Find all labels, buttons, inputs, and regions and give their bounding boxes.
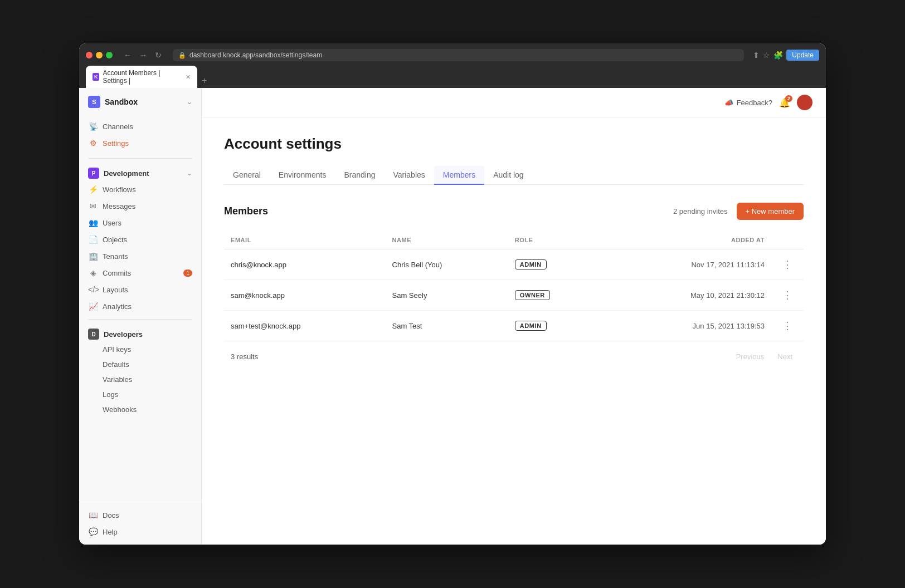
messages-icon: ✉ xyxy=(88,202,98,210)
tab-members[interactable]: Members xyxy=(434,166,484,185)
sidebar-item-help[interactable]: 💬 Help xyxy=(79,523,201,540)
col-name: NAME xyxy=(386,231,508,249)
sidebar-item-logs[interactable]: Logs xyxy=(79,387,201,402)
table-row: sam+test@knock.app Sam Test ADMIN Jun 15… xyxy=(224,311,804,341)
sidebar-label-tenants: Tenants xyxy=(103,252,128,261)
sidebar-item-layouts[interactable]: </> Layouts xyxy=(79,281,201,298)
lock-icon: 🔒 xyxy=(178,52,186,59)
docs-icon: 📖 xyxy=(88,511,98,520)
sidebar-item-docs[interactable]: 📖 Docs xyxy=(79,507,201,523)
bookmark-icon[interactable]: ☆ xyxy=(763,51,770,60)
section-header-left: P Development xyxy=(88,168,149,179)
row-name: Sam Test xyxy=(386,311,508,341)
dev-sub-items: API keys Defaults Variables Logs Webhook… xyxy=(79,342,201,417)
user-avatar[interactable] xyxy=(797,95,812,110)
sidebar-bottom: 📖 Docs 💬 Help xyxy=(79,502,201,545)
sidebar-item-webhooks[interactable]: Webhooks xyxy=(79,402,201,417)
tab-favicon: K xyxy=(93,73,99,81)
address-bar[interactable]: 🔒 dashboard.knock.app/sandbox/settings/t… xyxy=(173,49,744,61)
logo-icon: S xyxy=(88,96,100,108)
table-body: chris@knock.app Chris Bell (You) ADMIN N… xyxy=(224,249,804,341)
chevron-down-icon: ⌄ xyxy=(187,98,192,106)
more-options-button[interactable]: ⋮ xyxy=(778,257,797,272)
channels-icon: 📡 xyxy=(88,122,98,131)
sidebar-item-defaults[interactable]: Defaults xyxy=(79,357,201,372)
tab-branding[interactable]: Branding xyxy=(335,166,384,185)
notifications-button[interactable]: 🔔 2 xyxy=(779,97,790,108)
sidebar-item-objects[interactable]: 📄 Objects xyxy=(79,231,201,248)
row-actions: ⋮ xyxy=(771,249,804,280)
sidebar-item-analytics[interactable]: 📈 Analytics xyxy=(79,298,201,315)
defaults-label: Defaults xyxy=(103,360,129,369)
sidebar-item-channels[interactable]: 📡 Channels xyxy=(79,118,201,135)
webhooks-label: Webhooks xyxy=(103,405,137,414)
more-options-button[interactable]: ⋮ xyxy=(778,318,797,333)
notification-badge: 2 xyxy=(785,95,792,102)
help-label: Help xyxy=(103,528,118,536)
row-actions: ⋮ xyxy=(771,280,804,311)
new-member-button[interactable]: + New member xyxy=(737,203,804,220)
sidebar-label-messages: Messages xyxy=(103,202,135,210)
extensions-icon[interactable]: 🧩 xyxy=(773,51,783,60)
row-added-at: May 10, 2021 21:30:12 xyxy=(602,280,771,311)
workspace-selector[interactable]: S Sandbox ⌄ xyxy=(79,88,201,116)
row-email: sam@knock.app xyxy=(224,280,386,311)
forward-button[interactable]: → xyxy=(137,50,149,61)
development-chevron-icon: ⌄ xyxy=(187,169,192,177)
new-tab-button[interactable]: + xyxy=(200,74,209,88)
workspace-name: Sandbox xyxy=(105,97,138,106)
row-added-at: Jun 15, 2021 13:19:53 xyxy=(602,311,771,341)
sidebar-label-workflows: Workflows xyxy=(103,185,136,194)
more-options-button[interactable]: ⋮ xyxy=(778,288,797,302)
tab-close-icon[interactable]: ✕ xyxy=(186,74,191,81)
tab-variables[interactable]: Variables xyxy=(384,166,434,185)
tab-general[interactable]: General xyxy=(224,166,270,185)
commits-badge: 1 xyxy=(183,270,192,277)
tab-environments[interactable]: Environments xyxy=(270,166,335,185)
browser-tab[interactable]: K Account Members | Settings | ✕ xyxy=(86,66,197,88)
sidebar-item-api-keys[interactable]: API keys xyxy=(79,342,201,357)
sidebar-label-channels: Channels xyxy=(103,122,133,131)
sidebar-item-workflows[interactable]: ⚡ Workflows xyxy=(79,181,201,198)
results-count: 3 results xyxy=(231,352,258,361)
docs-label: Docs xyxy=(103,511,119,520)
table-row: chris@knock.app Chris Bell (You) ADMIN N… xyxy=(224,249,804,280)
variables-label: Variables xyxy=(103,375,132,384)
members-header: Members 2 pending invites + New member xyxy=(224,203,804,220)
maximize-button[interactable] xyxy=(106,52,113,58)
development-section-header[interactable]: P Development ⌄ xyxy=(79,163,201,181)
previous-button[interactable]: Previous xyxy=(732,350,769,363)
col-actions xyxy=(771,231,804,249)
back-button[interactable]: ← xyxy=(121,50,134,61)
top-bar: 📣 Feedback? 🔔 2 xyxy=(202,88,826,117)
share-icon[interactable]: ⬆ xyxy=(753,51,760,60)
developers-icon: D xyxy=(88,329,99,340)
feedback-button[interactable]: 📣 Feedback? xyxy=(724,99,772,107)
close-button[interactable] xyxy=(86,52,93,58)
reload-button[interactable]: ↻ xyxy=(153,50,164,61)
col-role: ROLE xyxy=(508,231,602,249)
update-button[interactable]: Update xyxy=(786,50,819,61)
sidebar-item-tenants[interactable]: 🏢 Tenants xyxy=(79,248,201,264)
analytics-icon: 📈 xyxy=(88,302,98,311)
col-email: EMAIL xyxy=(224,231,386,249)
sidebar-item-messages[interactable]: ✉ Messages xyxy=(79,198,201,214)
row-name: Chris Bell (You) xyxy=(386,249,508,280)
role-badge: ADMIN xyxy=(515,259,547,270)
development-icon: P xyxy=(88,168,99,179)
sidebar-item-commits[interactable]: ◈ Commits 1 xyxy=(79,264,201,281)
minimize-button[interactable] xyxy=(96,52,103,58)
sidebar-item-settings[interactable]: ⚙ Settings xyxy=(79,135,201,151)
sidebar-item-variables[interactable]: Variables xyxy=(79,372,201,387)
row-role: OWNER xyxy=(508,280,602,311)
sidebar-label-analytics: Analytics xyxy=(103,302,132,311)
next-button[interactable]: Next xyxy=(773,350,797,363)
developers-section-header[interactable]: D Developers xyxy=(79,324,201,342)
page-title: Account settings xyxy=(224,135,804,153)
tab-nav: General Environments Branding Variables … xyxy=(224,166,804,185)
sidebar-label-users: Users xyxy=(103,219,121,227)
traffic-lights xyxy=(86,52,113,58)
top-nav: 📡 Channels ⚙ Settings xyxy=(79,116,201,154)
sidebar-item-users[interactable]: 👥 Users xyxy=(79,214,201,231)
tab-audit-log[interactable]: Audit log xyxy=(484,166,532,185)
